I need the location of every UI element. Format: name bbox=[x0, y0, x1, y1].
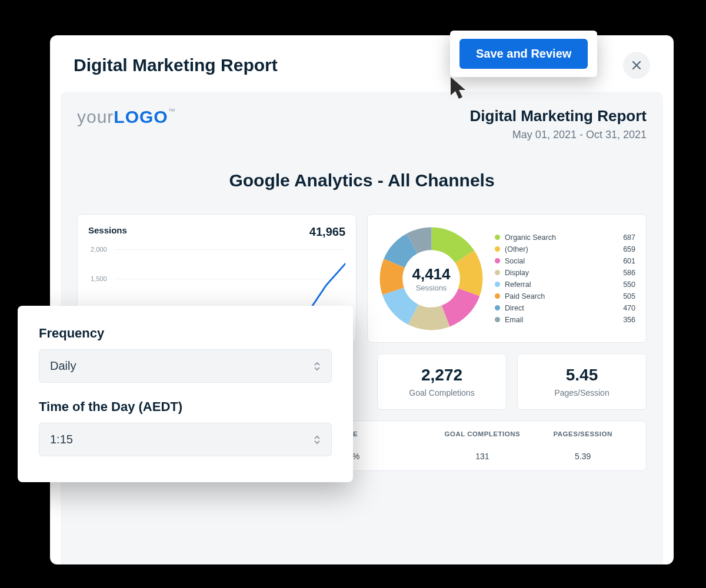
legend-row: Organic Search687 bbox=[495, 232, 635, 243]
legend-name: Social bbox=[505, 257, 525, 265]
report-head: yourLOGO™ Digital Marketing Report May 0… bbox=[77, 107, 647, 141]
legend-value: 687 bbox=[623, 233, 635, 242]
donut-center-label: Sessions bbox=[416, 283, 447, 292]
y-tick: 1,500 bbox=[91, 275, 107, 282]
legend-dot-icon bbox=[495, 235, 500, 240]
date-range: May 01, 2021 - Oct 31, 2021 bbox=[470, 129, 647, 141]
modal-title: Digital Marketing Report bbox=[74, 55, 278, 75]
stepper-icon bbox=[314, 362, 321, 371]
legend-value: 550 bbox=[623, 280, 635, 289]
report-meta: Digital Marketing Report May 01, 2021 - … bbox=[470, 107, 647, 141]
legend-dot-icon bbox=[495, 258, 500, 263]
legend-dot-icon bbox=[495, 270, 500, 275]
legend-value: 505 bbox=[623, 292, 635, 300]
time-label: Time of the Day (AEDT) bbox=[39, 399, 332, 415]
logo-tm: ™ bbox=[168, 107, 175, 115]
goal-completions-value: 2,272 bbox=[384, 366, 500, 385]
legend-name: Email bbox=[505, 316, 523, 324]
legend-name: Paid Search bbox=[505, 292, 545, 300]
legend-name: Direct bbox=[505, 304, 524, 312]
td-pps: 5.39 bbox=[532, 452, 633, 461]
report-meta-title: Digital Marketing Report bbox=[470, 107, 647, 125]
td-goal: 131 bbox=[432, 452, 533, 461]
schedule-settings-panel: Frequency Daily Time of the Day (AEDT) 1… bbox=[18, 306, 353, 482]
legend-dot-icon bbox=[495, 293, 500, 299]
save-and-review-button[interactable]: Save and Review bbox=[459, 39, 588, 69]
logo-prefix: your bbox=[77, 107, 114, 126]
legend-row: Display586 bbox=[495, 267, 635, 279]
legend-row: Email356 bbox=[495, 314, 635, 326]
legend-dot-icon bbox=[495, 317, 500, 322]
frequency-select[interactable]: Daily bbox=[39, 349, 332, 383]
y-tick: 2,000 bbox=[91, 246, 107, 253]
legend-row: Social601 bbox=[495, 255, 635, 267]
legend-dot-icon bbox=[495, 282, 500, 287]
legend-dot-icon bbox=[495, 246, 500, 252]
legend-value: 356 bbox=[623, 316, 635, 324]
close-button[interactable] bbox=[623, 52, 650, 79]
th-goal-completions: GOAL COMPLETIONS bbox=[432, 430, 533, 437]
donut-chart: 4,414 Sessions bbox=[378, 226, 484, 332]
donut-center-value: 4,414 bbox=[412, 265, 450, 283]
goal-completions-label: Goal Completions bbox=[384, 388, 500, 397]
channels-donut-card: 4,414 Sessions Organic Search687(Other)6… bbox=[367, 214, 647, 343]
legend-name: (Other) bbox=[505, 245, 528, 253]
th-pages-session: PAGES/SESSION bbox=[532, 430, 633, 437]
brand-logo: yourLOGO™ bbox=[77, 107, 175, 127]
legend-row: (Other)659 bbox=[495, 243, 635, 255]
legend-dot-icon bbox=[495, 305, 500, 310]
legend-value: 659 bbox=[623, 245, 635, 253]
time-value: 1:15 bbox=[50, 433, 73, 446]
report-modal: Digital Marketing Report yourLOGO™ Digit… bbox=[50, 35, 674, 564]
frequency-value: Daily bbox=[50, 359, 76, 373]
donut-legend: Organic Search687(Other)659Social601Disp… bbox=[495, 232, 635, 326]
frequency-label: Frequency bbox=[39, 326, 332, 341]
section-title: Google Analytics - All Channels bbox=[77, 171, 647, 191]
legend-name: Display bbox=[505, 269, 529, 277]
legend-value: 586 bbox=[623, 269, 635, 277]
legend-name: Organic Search bbox=[505, 233, 556, 242]
legend-row: Paid Search505 bbox=[495, 290, 635, 302]
close-icon bbox=[631, 59, 642, 71]
sessions-label: Sessions bbox=[88, 225, 127, 239]
save-popover: Save and Review bbox=[450, 31, 597, 77]
legend-row: Referral550 bbox=[495, 279, 635, 290]
pages-session-value: 5.45 bbox=[524, 366, 640, 385]
pages-session-label: Pages/Session bbox=[524, 388, 640, 397]
legend-value: 470 bbox=[623, 304, 635, 312]
logo-word: LOGO bbox=[114, 107, 168, 126]
sessions-total: 41,965 bbox=[309, 225, 345, 239]
goal-completions-card: 2,272 Goal Completions bbox=[377, 353, 507, 410]
time-select[interactable]: 1:15 bbox=[39, 423, 332, 456]
pages-session-card: 5.45 Pages/Session bbox=[517, 353, 647, 410]
legend-row: Direct470 bbox=[495, 302, 635, 314]
legend-value: 601 bbox=[623, 257, 635, 265]
cursor-icon bbox=[447, 75, 472, 102]
stepper-icon bbox=[314, 435, 321, 445]
legend-name: Referral bbox=[505, 280, 531, 289]
